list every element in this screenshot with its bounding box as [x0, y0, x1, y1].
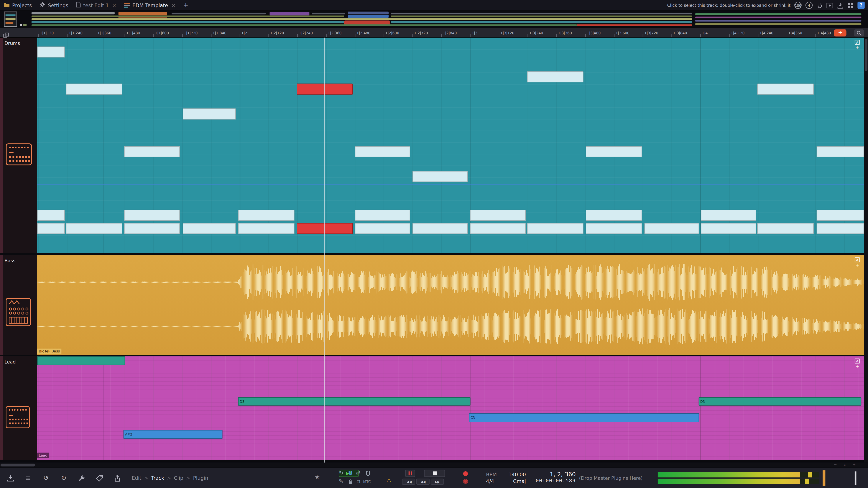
synth-icon[interactable] [6, 298, 31, 329]
horizontal-scrollbar[interactable]: − z + [0, 463, 868, 467]
snap-magnet-icon[interactable] [365, 471, 371, 478]
midi-note[interactable] [701, 210, 756, 221]
clip-name-tag[interactable]: Lead [37, 453, 49, 458]
scrollbar-handle[interactable] [1, 464, 35, 466]
zoom-in-icon[interactable]: + [852, 463, 856, 467]
midi-note[interactable] [124, 223, 180, 234]
time-signature[interactable]: 4/4 [486, 478, 494, 485]
clip-name-tag[interactable]: BioTek Bass [37, 349, 62, 354]
timeline-ruler[interactable]: 1|1|1201|1|2401|1|3601|1|4801|1|6001|1|7… [0, 28, 868, 37]
preview-play-icon[interactable] [827, 2, 833, 8]
drum-machine-icon[interactable] [6, 143, 32, 168]
midi-note[interactable] [816, 146, 864, 157]
add-track-button[interactable]: + [834, 29, 846, 36]
midi-note[interactable] [183, 108, 236, 120]
tab-close-icon[interactable]: × [112, 2, 116, 8]
zoom-tool-button[interactable] [854, 29, 864, 36]
undo-mode-icon[interactable]: U [348, 470, 353, 476]
tag-icon[interactable] [94, 473, 104, 483]
expand-badge[interactable]: + [856, 263, 859, 268]
tab-close-icon[interactable]: × [171, 2, 175, 8]
record-button[interactable]: ● [463, 470, 468, 476]
new-tab-button[interactable]: + [183, 2, 188, 9]
midi-note[interactable]: C3 [469, 413, 699, 422]
monitor-level-bar[interactable] [823, 470, 826, 486]
midi-note[interactable]: D3 [238, 397, 470, 405]
midi-note[interactable] [37, 46, 65, 58]
midi-note[interactable] [66, 223, 122, 234]
snap-grid-icon[interactable]: ▫ [356, 479, 360, 484]
midi-note[interactable] [816, 223, 864, 234]
midi-note[interactable] [124, 146, 180, 157]
tab-test-edit-1[interactable]: test Edit 1 × [76, 2, 117, 9]
track-lead[interactable]: Lead D3D3C3A#2 Lead A + [0, 356, 864, 460]
key-signature[interactable]: Cmaj [513, 478, 526, 485]
track-drums-header[interactable]: Drums [0, 37, 37, 253]
tab-edm-template[interactable]: EDM Template × [124, 2, 176, 9]
midi-note[interactable] [238, 210, 294, 221]
track-bass[interactable]: Bass BioTek Bass A + [0, 255, 864, 355]
download-icon[interactable] [837, 2, 844, 9]
expand-badge[interactable]: + [856, 46, 859, 50]
navigator-viewport[interactable] [4, 12, 17, 27]
automation-badge[interactable]: A [855, 359, 860, 363]
midi-note[interactable] [644, 223, 699, 234]
track-lead-lane[interactable]: D3D3C3A#2 Lead [37, 356, 864, 460]
breadcrumb-track[interactable]: Track [151, 475, 164, 481]
midi-note[interactable] [355, 146, 410, 157]
swap-arrows-icon[interactable]: ⇄ [356, 470, 361, 476]
track-lead-header[interactable]: Lead [0, 356, 37, 460]
master-plugin-drop-zone[interactable]: (Drop Master Plugins Here) [579, 475, 643, 481]
midi-note[interactable] [701, 223, 756, 234]
breadcrumb-edit[interactable]: Edit [132, 475, 141, 481]
midi-note[interactable] [66, 84, 122, 95]
forward-button[interactable]: ▶▶ [431, 479, 444, 485]
warning-icon[interactable]: ⚠ [386, 478, 392, 484]
return-to-start-button[interactable]: |◀◀ [402, 479, 415, 485]
midi-note[interactable] [757, 84, 814, 95]
help-icon[interactable]: ? [858, 2, 865, 9]
bpm-value[interactable]: 140.00 [508, 471, 526, 478]
window-grid-icon[interactable] [847, 2, 854, 8]
hand-tool-icon[interactable] [816, 2, 823, 8]
breadcrumb-clip[interactable]: Clip [174, 475, 183, 481]
undo-button[interactable]: ↺ [41, 473, 51, 483]
mtc-label[interactable]: MTC [363, 480, 371, 484]
midi-note[interactable] [586, 210, 642, 221]
project-overview-navigator[interactable] [0, 11, 868, 28]
midi-note[interactable] [355, 223, 410, 234]
tempo-panel[interactable]: BPM140.00 4/4Cmaj [486, 471, 526, 485]
import-button[interactable] [6, 473, 16, 483]
share-icon[interactable] [112, 473, 122, 483]
midi-note[interactable] [527, 71, 584, 83]
projects-button[interactable]: Projects [3, 2, 32, 9]
midi-note[interactable] [183, 223, 236, 234]
midi-note[interactable] [412, 223, 468, 234]
loop-record-button[interactable]: ◉ [463, 478, 468, 484]
rewind-button[interactable]: ◀◀ [416, 479, 429, 485]
expand-badge[interactable]: + [856, 365, 859, 369]
redo-button[interactable]: ↻ [59, 473, 69, 483]
track-drums-lane[interactable] [37, 37, 864, 253]
scrollbar-handle[interactable] [865, 39, 868, 71]
wrench-icon[interactable] [76, 473, 86, 483]
sync-icon[interactable]: ↻ [339, 470, 343, 476]
midi-note[interactable]: D3 [699, 397, 861, 405]
automation-badge[interactable]: A [855, 40, 860, 45]
track-drums[interactable]: Drums A + [0, 37, 864, 253]
midi-note[interactable] [124, 210, 180, 221]
midi-note[interactable] [586, 223, 642, 234]
midi-note[interactable] [527, 223, 584, 234]
track-bass-header[interactable]: Bass [0, 255, 37, 355]
settings-button[interactable]: Settings [39, 2, 68, 9]
midi-note[interactable] [470, 210, 526, 221]
vertical-scrollbar[interactable] [864, 37, 868, 462]
automation-line[interactable] [37, 184, 864, 185]
midi-note[interactable] [412, 171, 468, 182]
midi-note[interactable] [37, 356, 125, 365]
midi-note[interactable] [355, 210, 410, 221]
automation-badge[interactable]: A [855, 257, 860, 262]
zoom-out-icon[interactable]: − [834, 463, 837, 467]
midi-note[interactable] [816, 210, 864, 221]
breadcrumb-plugin[interactable]: Plugin [193, 475, 208, 481]
